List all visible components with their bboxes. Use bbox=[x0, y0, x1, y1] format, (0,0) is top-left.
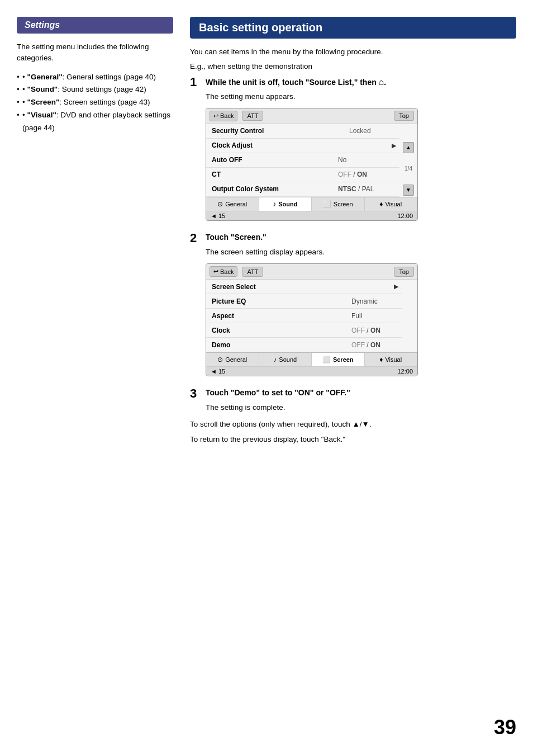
panel-1-nav: ▲ 1/4 ▼ bbox=[399, 124, 417, 197]
tab-screen-1[interactable]: ⬜ Screen bbox=[312, 197, 365, 211]
page-number: 39 bbox=[494, 716, 516, 739]
top-button-1[interactable]: Top bbox=[394, 111, 414, 121]
tab-screen-2[interactable]: ⬜ Screen bbox=[312, 353, 365, 366]
att-button-1[interactable]: ATT bbox=[242, 111, 263, 121]
left-column: Settings The setting menu includes the f… bbox=[17, 17, 173, 739]
tab-general-2[interactable]: ⊙ General bbox=[206, 353, 259, 366]
top-button-2[interactable]: Top bbox=[394, 267, 414, 277]
sound-icon-2: ♪ bbox=[273, 356, 277, 363]
panel-row-demo: Demo OFF / ON bbox=[206, 338, 402, 352]
step-title-2: Touch "Screen." bbox=[206, 232, 516, 243]
basic-header: Basic setting operation bbox=[190, 17, 516, 39]
panel-1-content: Security Control Locked Clock Adjust ▶ A… bbox=[206, 124, 417, 197]
panel-row-picture-eq: Picture EQ Dynamic bbox=[206, 294, 402, 309]
settings-title: Settings bbox=[25, 20, 60, 30]
scroll-note: To scroll the options (only when require… bbox=[190, 419, 516, 430]
step-desc-1: The setting menu appears. bbox=[206, 91, 516, 102]
basic-intro: You can set items in the menu by the fol… bbox=[190, 46, 516, 58]
panel-2-tabs: ⊙ General ♪ Sound ⬜ Screen ♦ Visual bbox=[206, 352, 417, 366]
step-number-1: 1 bbox=[190, 76, 201, 88]
screen-icon-2: ⬜ bbox=[322, 356, 331, 363]
panel-row-screen-select: Screen Select ▶ bbox=[206, 280, 402, 294]
panel-row-clock2: Clock OFF / ON bbox=[206, 323, 402, 338]
tab-sound-2[interactable]: ♪ Sound bbox=[259, 353, 312, 366]
page-num-2: ◄ 15 bbox=[211, 368, 225, 375]
right-column: Basic setting operation You can set item… bbox=[190, 17, 516, 739]
back-note: To return to the previous display, touch… bbox=[190, 434, 516, 445]
step-2-header: 2 Touch "Screen." bbox=[190, 232, 516, 244]
tab-visual-2[interactable]: ♦ Visual bbox=[365, 353, 418, 366]
back-arrow-icon: ↩ bbox=[213, 112, 218, 120]
step-3-header: 3 Touch "Demo" to set to "ON" or "OFF." bbox=[190, 388, 516, 400]
list-item: • "General": General settings (page 40) bbox=[17, 71, 173, 84]
panel-row-output: Output Color System NTSC / PAL bbox=[206, 182, 399, 197]
panel-2: ↩ Back ATT Top Screen Select ▶ bbox=[206, 263, 418, 376]
panel-1: ↩ Back ATT Top Security Control Locked bbox=[206, 108, 418, 221]
settings-intro: The setting menu includes the following … bbox=[17, 41, 173, 64]
step-number-2: 2 bbox=[190, 232, 201, 244]
panel-1-topbar: ↩ Back ATT Top bbox=[206, 108, 417, 124]
nav-up-button-1[interactable]: ▲ bbox=[403, 142, 414, 153]
back-arrow-icon-2: ↩ bbox=[213, 268, 218, 275]
tab-visual-1[interactable]: ♦ Visual bbox=[365, 197, 418, 211]
page-num-1: ◄ 15 bbox=[211, 212, 225, 219]
visual-icon: ♦ bbox=[379, 200, 383, 208]
panel-2-bottombar: ◄ 15 12:00 bbox=[206, 366, 417, 376]
list-item: • "Screen": Screen settings (page 43) bbox=[17, 96, 173, 109]
step-title-1: While the unit is off, touch "Source Lis… bbox=[206, 76, 516, 88]
step-desc-2: The screen setting display appears. bbox=[206, 247, 516, 258]
panel-row-ct: CT OFF / ON bbox=[206, 168, 399, 182]
general-icon: ⊙ bbox=[217, 200, 223, 208]
step-number-3: 3 bbox=[190, 388, 201, 400]
panel-1-tabs: ⊙ General ♪ Sound ⬜ Screen ♦ Visual bbox=[206, 197, 417, 211]
nav-down-button-1[interactable]: ▼ bbox=[403, 185, 414, 196]
panel-1-bottombar: ◄ 15 12:00 bbox=[206, 211, 417, 220]
screen-icon: ⬜ bbox=[323, 200, 331, 208]
step-title-3: Touch "Demo" to set to "ON" or "OFF." bbox=[206, 388, 516, 399]
step-1: 1 While the unit is off, touch "Source L… bbox=[190, 76, 516, 221]
basic-title: Basic setting operation bbox=[199, 21, 322, 34]
tab-sound-1[interactable]: ♪ Sound bbox=[259, 197, 312, 211]
sound-icon: ♪ bbox=[273, 200, 276, 208]
step-1-header: 1 While the unit is off, touch "Source L… bbox=[190, 76, 516, 88]
panel-row-clock: Clock Adjust ▶ bbox=[206, 139, 399, 153]
back-button-1[interactable]: ↩ Back bbox=[210, 111, 237, 121]
time-1: 12:00 bbox=[397, 212, 413, 219]
att-button-2[interactable]: ATT bbox=[242, 267, 263, 277]
panel-2-topbar: ↩ Back ATT Top bbox=[206, 264, 417, 280]
panel-row-aspect: Aspect Full bbox=[206, 309, 402, 323]
panel-row-autooff: Auto OFF No bbox=[206, 153, 399, 168]
example-text: E.g., when setting the demonstration bbox=[190, 62, 516, 70]
panel-2-content: Screen Select ▶ Picture EQ Dynamic Aspec… bbox=[206, 280, 417, 352]
step-2: 2 Touch "Screen." The screen setting dis… bbox=[190, 232, 516, 376]
time-2: 12:00 bbox=[397, 368, 413, 375]
list-item: • "Sound": Sound settings (page 42) bbox=[17, 83, 173, 96]
panel-row-security: Security Control Locked bbox=[206, 124, 399, 139]
general-icon-2: ⊙ bbox=[217, 356, 223, 363]
back-button-2[interactable]: ↩ Back bbox=[210, 266, 237, 277]
list-item: • "Visual": DVD and other playback setti… bbox=[17, 109, 173, 135]
step-desc-3: The setting is complete. bbox=[206, 402, 516, 413]
settings-header: Settings bbox=[17, 17, 173, 34]
settings-list: • "General": General settings (page 40) … bbox=[17, 71, 173, 135]
tab-general-1[interactable]: ⊙ General bbox=[206, 197, 259, 211]
step-3: 3 Touch "Demo" to set to "ON" or "OFF." … bbox=[190, 388, 516, 445]
visual-icon-2: ♦ bbox=[379, 356, 383, 363]
